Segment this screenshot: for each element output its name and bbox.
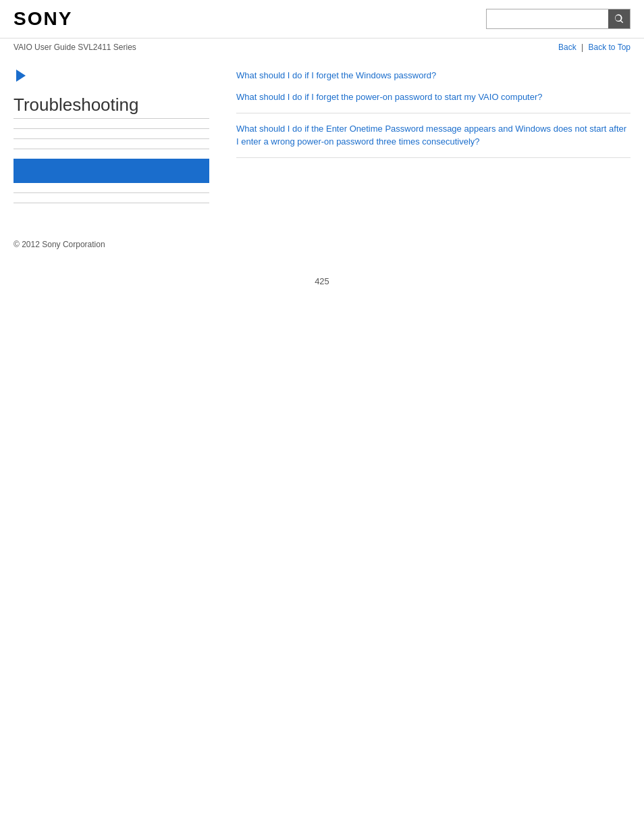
sidebar-line-5 xyxy=(14,203,209,203)
sidebar-highlight xyxy=(14,159,209,183)
main-content: Troubleshooting What should I do if I fo… xyxy=(0,56,644,226)
sub-header: VAIO User Guide SVL2411 Series Back | Ba… xyxy=(0,38,644,56)
back-link[interactable]: Back xyxy=(558,43,576,52)
sony-logo: SONY xyxy=(14,8,72,30)
content-link-1[interactable]: What should I do if I forget the Windows… xyxy=(236,70,630,82)
search-input[interactable] xyxy=(487,9,608,28)
search-icon xyxy=(614,14,624,24)
sidebar: Troubleshooting xyxy=(14,70,223,213)
right-content: What should I do if I forget the Windows… xyxy=(223,70,630,213)
footer: © 2012 Sony Corporation xyxy=(0,226,644,263)
copyright-text: © 2012 Sony Corporation xyxy=(14,240,105,249)
sidebar-line-2 xyxy=(14,138,209,139)
page-number: 425 xyxy=(0,263,644,300)
sidebar-title: Troubleshooting xyxy=(14,95,209,119)
content-link-2[interactable]: What should I do if I forget the power-o… xyxy=(236,91,630,103)
sidebar-line-1 xyxy=(14,128,209,129)
nav-divider: | xyxy=(581,43,585,52)
nav-links: Back | Back to Top xyxy=(558,43,630,52)
header: SONY xyxy=(0,0,644,38)
content-divider-1 xyxy=(236,113,630,113)
search-button[interactable] xyxy=(608,9,630,28)
back-to-top-link[interactable]: Back to Top xyxy=(589,43,630,52)
content-divider-2 xyxy=(236,157,630,158)
guide-title: VAIO User Guide SVL2411 Series xyxy=(14,43,136,52)
content-link-3[interactable]: What should I do if the Enter Onetime Pa… xyxy=(236,123,630,147)
sidebar-line-4 xyxy=(14,192,209,193)
search-container xyxy=(486,9,630,29)
chevron-right-icon xyxy=(16,70,26,82)
sidebar-line-3 xyxy=(14,149,209,149)
